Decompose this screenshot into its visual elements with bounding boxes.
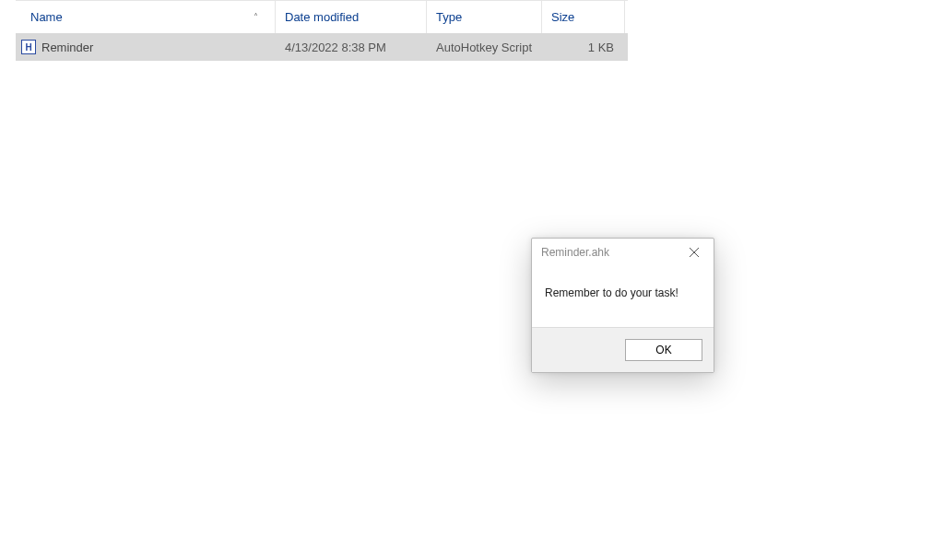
dialog-title: Reminder.ahk <box>541 246 680 259</box>
column-header-date-label: Date modified <box>285 10 359 24</box>
sort-ascending-icon: ˄ <box>254 12 258 22</box>
file-list: Name ˄ Date modified Type Size H Reminde… <box>16 0 628 61</box>
column-header-type-label: Type <box>436 10 462 24</box>
dialog-message: Remember to do your task! <box>532 266 714 327</box>
ahk-file-icon: H <box>21 40 36 54</box>
ok-button[interactable]: OK <box>625 339 702 361</box>
file-name-label: Reminder <box>41 41 93 54</box>
column-header-size[interactable]: Size <box>542 1 625 33</box>
file-row[interactable]: H Reminder 4/13/2022 8:38 PM AutoHotkey … <box>16 33 628 61</box>
column-header-row: Name ˄ Date modified Type Size <box>16 0 628 33</box>
column-header-type[interactable]: Type <box>427 1 542 33</box>
dialog-titlebar[interactable]: Reminder.ahk <box>532 239 714 266</box>
column-header-date[interactable]: Date modified <box>276 1 427 33</box>
column-header-name[interactable]: Name ˄ <box>16 1 276 33</box>
column-header-name-label: Name <box>30 10 63 24</box>
dialog-footer: OK <box>532 327 714 372</box>
file-type-cell: AutoHotkey Script <box>427 33 542 61</box>
file-size-cell: 1 KB <box>542 33 625 61</box>
file-name-cell: H Reminder <box>16 33 276 61</box>
column-header-size-label: Size <box>551 10 574 24</box>
close-icon <box>690 248 699 257</box>
file-date-cell: 4/13/2022 8:38 PM <box>276 33 427 61</box>
close-button[interactable] <box>680 241 708 263</box>
message-dialog: Reminder.ahk Remember to do your task! O… <box>531 238 714 373</box>
